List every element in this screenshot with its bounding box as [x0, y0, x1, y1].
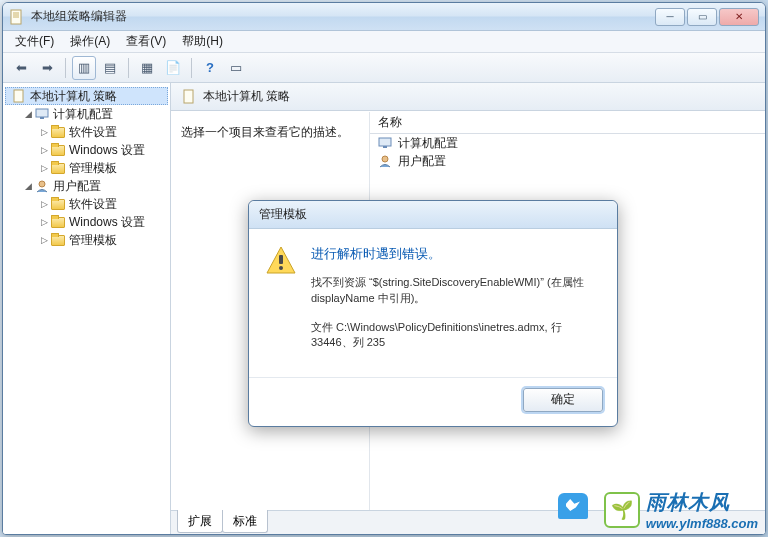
tree-admin-templates-user[interactable]: ▷管理模板 — [5, 231, 168, 249]
svg-rect-8 — [184, 90, 193, 103]
svg-point-7 — [39, 181, 45, 187]
tree-label: Windows 设置 — [69, 142, 145, 159]
titlebar[interactable]: 本地组策略编辑器 ─ ▭ ✕ — [3, 3, 765, 31]
user-icon — [378, 154, 394, 168]
list-item-label: 计算机配置 — [398, 135, 458, 152]
column-header-name[interactable]: 名称 — [370, 112, 765, 134]
tab-strip: 扩展 标准 — [171, 510, 765, 534]
computer-icon — [378, 136, 394, 150]
svg-point-11 — [382, 156, 388, 162]
expand-icon[interactable]: ▷ — [39, 217, 49, 227]
folder-icon — [50, 142, 66, 158]
collapse-icon[interactable]: ◢ — [23, 181, 33, 191]
error-dialog: 管理模板 进行解析时遇到错误。 找不到资源 “$(string.SiteDisc… — [248, 200, 618, 427]
separator — [65, 58, 66, 78]
filter-button[interactable]: ▭ — [224, 56, 248, 80]
folder-icon — [50, 214, 66, 230]
show-hide-tree-button[interactable]: ▥ — [72, 56, 96, 80]
folder-icon — [50, 196, 66, 212]
menu-help[interactable]: 帮助(H) — [174, 30, 231, 53]
ok-button[interactable]: 确定 — [523, 388, 603, 412]
tree-windows-settings[interactable]: ▷Windows 设置 — [5, 141, 168, 159]
tree-software-settings-user[interactable]: ▷软件设置 — [5, 195, 168, 213]
svg-rect-10 — [383, 146, 387, 148]
properties-button[interactable]: ▦ — [135, 56, 159, 80]
folder-icon — [50, 232, 66, 248]
dialog-titlebar[interactable]: 管理模板 — [249, 201, 617, 229]
list-item-user[interactable]: 用户配置 — [370, 152, 765, 170]
tree-label: 用户配置 — [53, 178, 101, 195]
menubar: 文件(F) 操作(A) 查看(V) 帮助(H) — [3, 31, 765, 53]
content-title: 本地计算机 策略 — [203, 88, 290, 105]
description-text: 选择一个项目来查看它的描述。 — [181, 124, 359, 141]
expand-icon[interactable]: ▷ — [39, 127, 49, 137]
window-title: 本地组策略编辑器 — [31, 8, 127, 25]
tab-extended[interactable]: 扩展 — [177, 510, 223, 533]
menu-view[interactable]: 查看(V) — [118, 30, 174, 53]
svg-rect-5 — [36, 109, 48, 117]
watermark-bird-icon — [558, 493, 588, 519]
close-button[interactable]: ✕ — [719, 8, 759, 26]
tree-software-settings[interactable]: ▷软件设置 — [5, 123, 168, 141]
expand-icon[interactable]: ▷ — [39, 235, 49, 245]
svg-rect-13 — [279, 255, 283, 264]
expand-icon[interactable]: ▷ — [39, 163, 49, 173]
tree-root[interactable]: 本地计算机 策略 — [5, 87, 168, 105]
tree-label: Windows 设置 — [69, 214, 145, 231]
menu-file[interactable]: 文件(F) — [7, 30, 62, 53]
back-button[interactable]: ⬅ — [9, 56, 33, 80]
content-header: 本地计算机 策略 — [171, 83, 765, 111]
tab-standard[interactable]: 标准 — [222, 510, 268, 533]
tree-label: 软件设置 — [69, 196, 117, 213]
dialog-message-2: 文件 C:\Windows\PolicyDefinitions\inetres.… — [311, 320, 601, 351]
expand-icon[interactable]: ▷ — [39, 199, 49, 209]
svg-rect-9 — [379, 138, 391, 146]
tree-label: 管理模板 — [69, 160, 117, 177]
computer-icon — [34, 106, 50, 122]
user-icon — [34, 178, 50, 194]
menu-action[interactable]: 操作(A) — [62, 30, 118, 53]
tree-computer-config[interactable]: ◢ 计算机配置 — [5, 105, 168, 123]
tree-label: 管理模板 — [69, 232, 117, 249]
svg-point-14 — [279, 266, 283, 270]
document-icon — [11, 88, 27, 104]
dialog-message-1: 找不到资源 “$(string.SiteDiscoveryEnableWMI)”… — [311, 275, 601, 306]
tree-label: 本地计算机 策略 — [30, 88, 117, 105]
help-button[interactable]: ? — [198, 56, 222, 80]
collapse-icon[interactable]: ◢ — [23, 109, 33, 119]
separator — [128, 58, 129, 78]
warning-icon — [265, 245, 297, 277]
svg-rect-6 — [40, 117, 44, 119]
app-icon — [9, 9, 25, 25]
separator — [191, 58, 192, 78]
maximize-button[interactable]: ▭ — [687, 8, 717, 26]
dialog-heading: 进行解析时遇到错误。 — [311, 245, 601, 263]
list-item-computer[interactable]: 计算机配置 — [370, 134, 765, 152]
expand-icon[interactable]: ▷ — [39, 145, 49, 155]
list-item-label: 用户配置 — [398, 153, 446, 170]
show-hide-action-button[interactable]: ▤ — [98, 56, 122, 80]
tree-admin-templates[interactable]: ▷管理模板 — [5, 159, 168, 177]
minimize-button[interactable]: ─ — [655, 8, 685, 26]
toolbar: ⬅ ➡ ▥ ▤ ▦ 📄 ? ▭ — [3, 53, 765, 83]
tree-pane[interactable]: 本地计算机 策略 ◢ 计算机配置 ▷软件设置 ▷Windows 设置 ▷管理模板… — [3, 83, 171, 534]
folder-icon — [50, 160, 66, 176]
tree-windows-settings-user[interactable]: ▷Windows 设置 — [5, 213, 168, 231]
tree-label: 软件设置 — [69, 124, 117, 141]
tree-label: 计算机配置 — [53, 106, 113, 123]
folder-icon — [50, 124, 66, 140]
forward-button[interactable]: ➡ — [35, 56, 59, 80]
document-icon — [181, 89, 197, 105]
export-button[interactable]: 📄 — [161, 56, 185, 80]
svg-rect-4 — [14, 90, 23, 102]
tree-user-config[interactable]: ◢ 用户配置 — [5, 177, 168, 195]
dialog-title: 管理模板 — [259, 206, 307, 223]
